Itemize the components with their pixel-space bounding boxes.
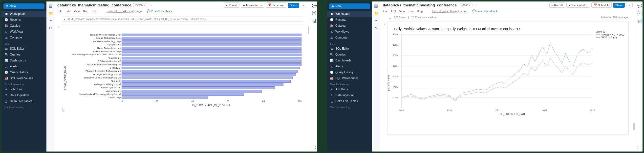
folder-icon[interactable]: 📁	[49, 11, 53, 15]
refresh-icon[interactable]: ↻	[374, 26, 378, 30]
more-button[interactable]: ⌄	[626, 3, 633, 7]
sidebar-item-alerts[interactable]: △Alerts	[2, 63, 46, 69]
sidebar-item-sqleditor[interactable]: ▤SQL Editor	[327, 46, 372, 52]
last-edit-hint[interactable]: Last edit was 50 minutes ago	[432, 10, 467, 12]
feedback-link[interactable]: 💬Provide feedback	[147, 9, 172, 12]
star-icon[interactable]: ☆	[474, 3, 478, 7]
icon-rail-left: ▤ 📁 ⫘ ↻	[46, 1, 55, 152]
sidebar-item-workflows[interactable]: ⎌Workflows	[2, 29, 46, 34]
compute-icon: ☁	[330, 36, 333, 39]
schedule-button[interactable]: 📅 Schedule	[591, 2, 612, 8]
sidebar-item-alerts[interactable]: △Alerts	[327, 63, 372, 69]
menu-run[interactable]: Run	[83, 10, 88, 12]
expand-triangle-icon[interactable]: ▸	[384, 22, 385, 25]
y-tick-label: 250M	[393, 65, 398, 67]
menu-run[interactable]: Run	[408, 10, 414, 12]
menu-file[interactable]: File	[58, 10, 62, 12]
comment-icon[interactable]: 💬	[312, 3, 315, 7]
run-all-button[interactable]: ▸ Run all	[224, 2, 239, 8]
comment-icon[interactable]: 💬	[637, 3, 641, 7]
sidebar-item-warehouses[interactable]: 🏭SQL Warehouses	[2, 75, 46, 81]
variable-icon[interactable]: {x}	[637, 11, 641, 14]
sidebar-item-catalog[interactable]: 📚Catalog	[2, 23, 46, 29]
download-icon[interactable]	[389, 16, 391, 19]
sidebar-item-workspace[interactable]: ▣Workspace	[2, 11, 46, 17]
graph-icon[interactable]: ⫘	[374, 18, 378, 22]
scrollbar-thumb[interactable]	[308, 26, 309, 34]
sidebar-item-sqleditor[interactable]: ▤SQL Editor	[2, 46, 46, 52]
menu-edit[interactable]: Edit	[391, 10, 396, 12]
expand-icon[interactable]: ⛶	[637, 146, 641, 149]
panel-icon[interactable]: 📊	[637, 18, 641, 22]
folder-icon[interactable]: 📁	[374, 11, 378, 15]
notebook-title[interactable]: databricks_thematicinvesting_conference	[57, 3, 131, 7]
sidebar-item-jobruns[interactable]: ≡Job Runs	[2, 86, 46, 92]
sidebar-item-jobruns[interactable]: ≡Job Runs	[327, 86, 372, 92]
notebook-icon[interactable]: ▤	[374, 3, 378, 7]
new-button[interactable]: ⊕ New	[329, 3, 370, 9]
chart-cell-output: ▸ LONG_COMP_NAME Novatek Microelectronic…	[62, 24, 303, 131]
language-selector[interactable]: Python ⌄	[133, 3, 147, 7]
new-button[interactable]: ⊕ New	[4, 3, 44, 9]
cell-output-schema[interactable]: ▸ ▦ df_thematic: "pyspark.sql.dataframe.…	[62, 16, 303, 22]
sidebar-item-dashboards[interactable]: 📊Dashboards	[2, 57, 46, 63]
notebook-icon[interactable]: ▤	[49, 3, 53, 7]
expand-triangle-icon[interactable]: ▸	[64, 18, 65, 20]
sidebar-item-ingestion[interactable]: ⇪Data Ingestion	[2, 92, 46, 98]
feedback-link[interactable]: 💬Provide feedback	[472, 9, 498, 12]
bar-fill	[122, 73, 296, 76]
menu-file[interactable]: File	[383, 10, 388, 12]
language-selector[interactable]: Python ⌄	[459, 3, 472, 7]
sidebar-item-label: Workflows	[335, 30, 349, 33]
menu-view[interactable]: View	[74, 10, 80, 12]
sidebar-item-queries[interactable]: 🔍Queries	[327, 52, 372, 57]
scrollbar-thumb[interactable]	[633, 123, 634, 130]
sidebar-item-label: Alerts	[335, 65, 343, 68]
sidebar-item-compute[interactable]: ☁Compute	[2, 34, 46, 40]
sidebar-item-label: Recents	[335, 18, 346, 21]
sidebar-item-dlt[interactable]: △Delta Live Tables	[2, 98, 46, 104]
sidebar-item-queryhistory[interactable]: 🕓Query History	[2, 69, 46, 75]
menu-view[interactable]: View	[399, 10, 405, 12]
window-left: ⊕ New ▣Workspace🕑Recents📚Catalog⎌Workflo…	[2, 1, 317, 152]
share-button[interactable]: Share	[288, 3, 299, 8]
alerts-icon: △	[4, 65, 8, 68]
sidebar-item-catalog[interactable]: 📚Catalog	[327, 23, 372, 29]
legend-item: RBOT LN Equity	[596, 36, 624, 38]
sidebar-item-warehouses[interactable]: 🏭SQL Warehouses	[327, 75, 372, 81]
sidebar-item-ingestion[interactable]: ⇪Data Ingestion	[327, 92, 372, 98]
sidebar-item-label: Queries	[10, 53, 20, 56]
menu-help[interactable]: Help	[92, 10, 97, 12]
chat-icon: 💬	[147, 9, 150, 12]
sidebar-item-dlt[interactable]: △Delta Live Tables	[327, 98, 372, 104]
sidebar-item-recents[interactable]: 🕑Recents	[327, 17, 372, 23]
refresh-icon[interactable]: ↻	[49, 26, 53, 30]
sidebar-item-dashboards[interactable]: 📊Dashboards	[327, 57, 372, 63]
sidebar-item-recents[interactable]: 🕑Recents	[2, 17, 46, 23]
cluster-status[interactable]: ■ Terminated ⌄	[241, 3, 264, 8]
menu-help[interactable]: Help	[417, 10, 423, 12]
menu-edit[interactable]: Edit	[66, 10, 70, 12]
graph-icon[interactable]: ⫘	[49, 18, 53, 22]
line-x-axis-label: DL_SNAPSHOT_DATE	[401, 113, 624, 116]
sidebar-item-workspace[interactable]: ▣Workspace	[327, 11, 372, 17]
share-button[interactable]: Share	[613, 3, 625, 8]
run-all-button[interactable]: ▸ Run all	[549, 2, 565, 8]
sidebar-item-queryhistory[interactable]: 🕓Query History	[327, 69, 372, 75]
sidebar-item-compute[interactable]: ☁Compute	[327, 34, 372, 40]
legend-label: Rev Seg + NLP + SPLC	[601, 33, 624, 36]
expand-triangle-icon[interactable]: ▸	[58, 25, 60, 28]
variable-icon[interactable]: {x}	[312, 11, 315, 14]
notebook-title[interactable]: databricks_thematicinvesting_conference	[383, 3, 457, 7]
panel-icon[interactable]: 📊	[312, 18, 315, 22]
bar-fill	[122, 80, 290, 83]
cluster-status[interactable]: ■ Terminated ⌄	[566, 3, 590, 8]
dlt-icon: △	[330, 99, 333, 103]
sidebar-item-queries[interactable]: 🔍Queries	[2, 52, 46, 57]
last-edit-hint[interactable]: Last edit was 44 minutes ago	[106, 10, 142, 12]
expand-icon[interactable]: ⛶	[312, 146, 315, 149]
more-button[interactable]: ⌄	[301, 3, 307, 7]
star-icon[interactable]: ☆	[149, 3, 152, 7]
schedule-button[interactable]: 📅 Schedule	[266, 2, 286, 8]
sidebar-item-workflows[interactable]: ⎌Workflows	[327, 29, 372, 34]
